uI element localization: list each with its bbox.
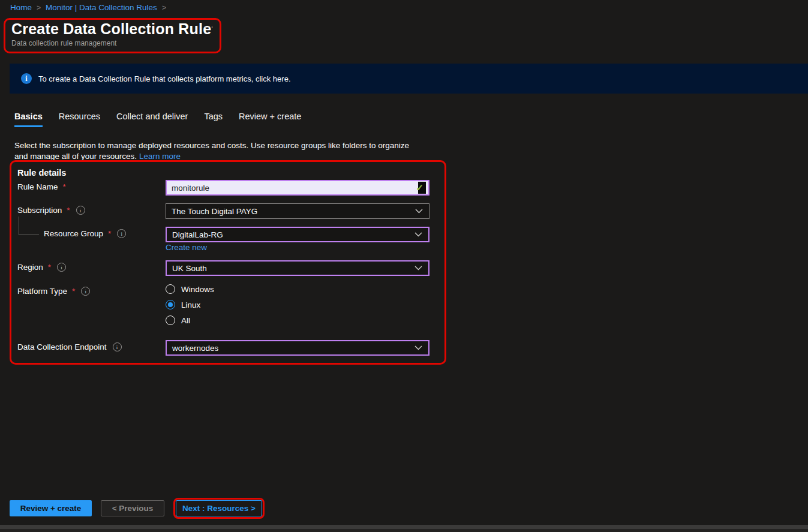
region-label-text: Region: [17, 263, 43, 272]
chevron-down-icon: [414, 345, 422, 350]
dce-label-text: Data Collection Endpoint: [17, 342, 107, 351]
tab-resources[interactable]: Resources: [59, 112, 100, 127]
resource-group-label-text: Resource Group: [44, 229, 103, 238]
rule-details-annotation-box: Rule details Rule Name* monitorule ✓ Sub…: [10, 160, 446, 365]
region-value: UK South: [172, 264, 207, 273]
breadcrumb-separator-icon: >: [162, 4, 166, 12]
valid-check-icon: ✓: [416, 182, 423, 193]
resource-group-dropdown[interactable]: DigitalLab-RG: [166, 227, 429, 242]
breadcrumb: Home > Monitor | Data Collection Rules >: [10, 3, 166, 12]
region-label: Region* i: [17, 263, 66, 272]
rule-name-value: monitorule: [172, 184, 209, 193]
required-asterisk: *: [67, 206, 70, 215]
subscription-value: The Touch Digital PAYG: [172, 207, 257, 216]
platform-type-option-windows[interactable]: Windows: [166, 284, 214, 294]
info-banner: i To create a Data Collection Rule that …: [10, 64, 808, 94]
breadcrumb-separator-icon: >: [37, 4, 41, 12]
platform-type-info-icon[interactable]: i: [81, 287, 90, 296]
rule-name-label-text: Rule Name: [17, 182, 58, 191]
radio-selected-icon: [166, 300, 175, 309]
dce-value: workernodes: [172, 344, 218, 353]
radio-label: All: [181, 316, 190, 325]
more-options-icon[interactable]: ···: [204, 22, 214, 31]
next-button-annotation-box: Next : Resources >: [173, 498, 265, 519]
info-icon: i: [21, 73, 32, 84]
wizard-footer: Review + create < Previous Next : Resour…: [10, 498, 265, 519]
create-new-link-row: Create new: [166, 243, 207, 252]
next-resources-button[interactable]: Next : Resources >: [176, 500, 262, 516]
tab-review-create[interactable]: Review + create: [239, 112, 301, 127]
subscription-label: Subscription* i: [17, 206, 85, 215]
radio-unselected-icon: [166, 315, 175, 325]
subscription-label-text: Subscription: [17, 206, 62, 215]
resource-group-info-icon[interactable]: i: [117, 229, 126, 238]
previous-button[interactable]: < Previous: [101, 500, 164, 516]
window-bottom-edge: [0, 529, 808, 532]
chevron-down-icon: [415, 209, 423, 214]
resource-group-label: Resource Group* i: [44, 229, 126, 238]
data-collection-endpoint-dropdown[interactable]: workernodes: [166, 340, 429, 356]
rule-name-input[interactable]: monitorule ✓: [166, 180, 429, 196]
resource-group-value: DigitalLab-RG: [172, 230, 223, 239]
page-subtitle: Data collection rule management: [11, 39, 211, 47]
required-asterisk: *: [48, 263, 51, 272]
rule-name-label: Rule Name*: [17, 182, 66, 191]
platform-type-option-all[interactable]: All: [166, 315, 190, 325]
radio-label: Linux: [181, 300, 200, 309]
tab-basics[interactable]: Basics: [14, 112, 43, 127]
learn-more-link[interactable]: Learn more: [139, 152, 181, 161]
required-asterisk: *: [108, 229, 111, 238]
radio-unselected-icon: [166, 284, 175, 294]
parent-child-connector: [19, 217, 39, 235]
tab-tags[interactable]: Tags: [204, 112, 223, 127]
subscription-info-icon[interactable]: i: [76, 206, 85, 215]
chevron-down-icon: [414, 232, 422, 237]
region-dropdown[interactable]: UK South: [166, 260, 429, 276]
create-new-link[interactable]: Create new: [166, 243, 207, 252]
review-create-button[interactable]: Review + create: [10, 500, 92, 516]
dce-info-icon[interactable]: i: [113, 342, 122, 351]
platform-type-option-linux[interactable]: Linux: [166, 300, 200, 309]
info-banner-text[interactable]: To create a Data Collection Rule that co…: [38, 74, 291, 83]
page-title: Create Data Collection Rule: [11, 20, 211, 38]
create-data-collection-rule-page: Home > Monitor | Data Collection Rules >…: [0, 0, 808, 532]
platform-type-label-text: Platform Type: [17, 287, 67, 296]
wizard-tabs: Basics Resources Collect and deliver Tag…: [14, 112, 301, 127]
horizontal-scrollbar[interactable]: [0, 525, 808, 529]
rule-details-heading: Rule details: [17, 168, 66, 178]
breadcrumb-monitor-dcr-link[interactable]: Monitor | Data Collection Rules: [46, 3, 157, 12]
required-asterisk: *: [63, 182, 66, 191]
subscription-dropdown[interactable]: The Touch Digital PAYG: [166, 203, 429, 219]
platform-type-label: Platform Type* i: [17, 287, 90, 296]
intro-description: Select the subscription to manage deploy…: [14, 141, 409, 161]
radio-label: Windows: [181, 285, 214, 294]
region-info-icon[interactable]: i: [57, 263, 66, 272]
tab-collect-and-deliver[interactable]: Collect and deliver: [116, 112, 188, 127]
title-annotation-box: Create Data Collection Rule Data collect…: [4, 18, 221, 53]
required-asterisk: *: [72, 287, 75, 296]
validation-indicator: ✓: [418, 181, 426, 194]
data-collection-endpoint-label: Data Collection Endpoint i: [17, 342, 122, 351]
intro-text: Select the subscription to manage deploy…: [14, 140, 417, 161]
chevron-down-icon: [414, 266, 422, 270]
breadcrumb-home-link[interactable]: Home: [10, 3, 32, 12]
